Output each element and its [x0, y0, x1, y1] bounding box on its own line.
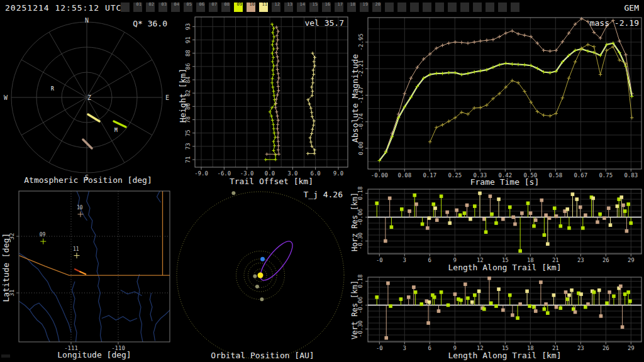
- svg-text:0.0: 0.0: [265, 170, 275, 177]
- vert-res-x-axis-label: Length Along Trail [km]: [368, 351, 641, 360]
- frame-box-label: 17: [338, 2, 343, 7]
- svg-text:75: 75: [185, 129, 191, 136]
- velocity-value: vel 35.7: [304, 18, 344, 28]
- svg-text:-6.0: -6.0: [217, 170, 231, 177]
- frame-box-09[interactable]: 09: [234, 3, 243, 12]
- svg-text:73: 73: [185, 143, 191, 150]
- frame-box-label: 12: [275, 2, 280, 7]
- frame-box-10[interactable]: 10: [247, 3, 255, 12]
- frame-box[interactable]: [435, 3, 444, 12]
- light-curve-plot: -0.000.080.170.250.330.420.500.580.670.7…: [349, 15, 644, 186]
- horz-res-y-axis-label: Horz Res [km]: [350, 192, 359, 251]
- svg-text:M: M: [114, 128, 118, 133]
- frame-box-19[interactable]: 19: [360, 3, 369, 12]
- svg-text:0.00: 0.00: [358, 141, 364, 155]
- frame-box[interactable]: [486, 3, 494, 12]
- svg-text:09: 09: [40, 232, 46, 238]
- longitude-axis-label: Longitude [deg]: [19, 350, 170, 359]
- ground-track-panel: 091011-111-1103231 Latitude [deg] Longit…: [0, 186, 176, 362]
- frame-box-label: 18: [350, 2, 355, 7]
- orbital-caption: Orbital Position [AU]: [176, 351, 349, 360]
- frame-box[interactable]: [511, 3, 519, 12]
- svg-text:E: E: [165, 94, 169, 101]
- frame-box-label: 19: [363, 2, 368, 7]
- trail-y-axis-label: Height [km]: [178, 69, 187, 123]
- frame-box-label: 01: [136, 2, 142, 7]
- frame-time-x-axis-label: Frame Time [s]: [368, 177, 641, 187]
- svg-text:W: W: [4, 94, 8, 101]
- frame-box-15[interactable]: 15: [309, 3, 318, 12]
- frame-box-label: 08: [225, 2, 230, 7]
- svg-text:71: 71: [185, 156, 191, 163]
- frame-box[interactable]: [121, 3, 130, 12]
- frame-box-label: 16: [325, 2, 330, 7]
- frame-box-06[interactable]: 06: [196, 3, 205, 12]
- frame-box-08[interactable]: 08: [221, 3, 230, 12]
- frame-box-label: 05: [187, 2, 192, 7]
- svg-text:R: R: [51, 86, 54, 92]
- trail-offset-panel: -9.0-6.0-3.00.03.06.09.09391888684828078…: [176, 15, 349, 186]
- frame-box-20[interactable]: 20: [372, 3, 381, 12]
- frame-box-label: 20: [375, 2, 380, 7]
- frame-box-03[interactable]: 03: [158, 3, 167, 12]
- horizontal-residuals-plot: -0369121518212326290.18-0.06-0.30: [349, 186, 644, 274]
- trail-x-axis-label: Trail Offset [km]: [195, 177, 348, 186]
- frame-box[interactable]: [498, 3, 507, 12]
- watermark: [1, 354, 10, 358]
- svg-text:3.0: 3.0: [287, 170, 297, 177]
- atmospheric-position-plot: NSEWZRM: [0, 15, 176, 186]
- shower-code: GEM: [625, 3, 639, 13]
- atmospheric-caption: Atmospheric Position [deg]: [0, 175, 176, 185]
- qstar-value: Q* 36.0: [133, 19, 167, 28]
- frame-box-01[interactable]: 01: [133, 3, 142, 12]
- frame-box[interactable]: [448, 3, 457, 12]
- svg-text:-9.0: -9.0: [194, 170, 208, 177]
- frame-box-05[interactable]: 05: [184, 3, 192, 12]
- frame-box-14[interactable]: 14: [297, 3, 306, 12]
- frame-box[interactable]: [397, 3, 406, 12]
- frame-box-label: 07: [212, 2, 217, 7]
- light-curve-panel: -0.000.080.170.250.330.420.500.580.670.7…: [349, 15, 644, 186]
- orbital-position-panel: T_j 4.26 Orbital Position [AU]: [176, 186, 349, 362]
- frame-box-17[interactable]: 17: [335, 3, 343, 12]
- frame-box-04[interactable]: 04: [171, 3, 180, 12]
- horz-res-x-axis-label: Length Along Trail [km]: [368, 263, 641, 272]
- svg-text:9.0: 9.0: [333, 170, 343, 177]
- frame-box[interactable]: [473, 3, 482, 12]
- frame-box-label: 04: [174, 2, 179, 7]
- meteor-analysis-screen: 20251214 12:55:12 UTC 010203040506070809…: [0, 0, 644, 362]
- frame-box-label: 14: [300, 2, 305, 7]
- frame-box[interactable]: [423, 3, 431, 12]
- frame-box-label: 09: [237, 2, 242, 7]
- top-bar: 20251214 12:55:12 UTC 010203040506070809…: [0, 0, 644, 15]
- frame-box-12[interactable]: 12: [272, 3, 280, 12]
- atmospheric-position-panel: NSEWZRM Q* 36.0 Atmospheric Position [de…: [0, 15, 176, 186]
- frame-box-16[interactable]: 16: [322, 3, 331, 12]
- timestamp: 20251214 12:55:12 UTC: [5, 3, 121, 13]
- frame-box-11[interactable]: 11: [259, 3, 268, 12]
- svg-text:91: 91: [185, 36, 191, 43]
- frame-box[interactable]: [385, 3, 394, 12]
- mass-value: mass -2.19: [590, 18, 639, 28]
- svg-text:10: 10: [77, 205, 83, 211]
- frame-box[interactable]: [460, 3, 469, 12]
- orbital-position-plot: [176, 186, 349, 362]
- frame-box-label: 10: [250, 2, 255, 7]
- frame-box-label: 06: [199, 2, 204, 7]
- frame-box-label: 03: [162, 2, 167, 7]
- trail-offset-plot: -9.0-6.0-3.00.03.06.09.09391888684828078…: [176, 15, 349, 186]
- tisserand-value: T_j 4.26: [303, 190, 343, 199]
- horizontal-residuals-panel: -0369121518212326290.18-0.06-0.30 Horz R…: [349, 186, 644, 274]
- frame-box-07[interactable]: 07: [209, 3, 218, 12]
- frame-box-02[interactable]: 02: [146, 3, 155, 12]
- vertical-residuals-panel: -0369121518212326290.18-0.06-0.30 Vert R…: [349, 274, 644, 362]
- frame-box-13[interactable]: 13: [284, 3, 293, 12]
- frame-box[interactable]: [410, 3, 419, 12]
- frame-strip: 0102030405060708091011121314151617181920: [121, 3, 523, 12]
- svg-text:-3.0: -3.0: [240, 170, 254, 177]
- latitude-axis-label: Latitude [deg]: [1, 233, 11, 302]
- frame-box-18[interactable]: 18: [347, 3, 356, 12]
- svg-text:Z: Z: [87, 94, 91, 101]
- vert-res-y-axis-label: Vert Res [km]: [350, 280, 359, 339]
- magnitude-y-axis-label: Absolute Magnitude: [350, 54, 360, 143]
